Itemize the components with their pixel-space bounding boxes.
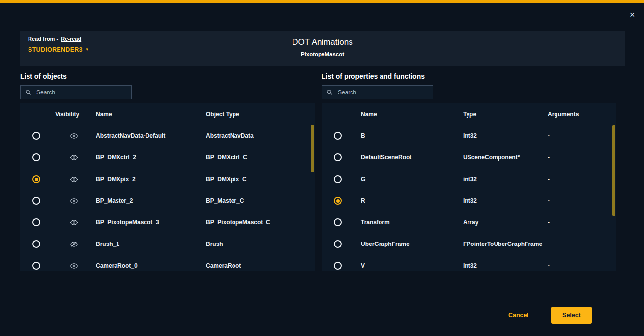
object-name-cell: CameraRoot_0	[95, 262, 205, 269]
table-row: BP_DMXctrl_2BP_DMXctrl_C	[20, 147, 315, 168]
table-row: Brush_1Brush	[20, 233, 315, 255]
column-header-type: Type	[463, 111, 548, 118]
radio-button[interactable]	[32, 175, 40, 183]
window-accent-bar	[0, 0, 644, 3]
radio-button[interactable]	[334, 175, 342, 183]
table-row: Bint32-	[322, 125, 616, 147]
properties-search-box	[322, 85, 433, 99]
column-header-visibility: Visibility	[53, 111, 95, 118]
object-type-cell: CameraRoot	[205, 262, 315, 269]
visibility-eye-icon[interactable]	[70, 262, 78, 270]
close-icon[interactable]: ✕	[628, 10, 637, 19]
property-name-cell: R	[354, 197, 463, 204]
property-name-cell: Transform	[354, 219, 463, 226]
radio-button[interactable]	[32, 240, 40, 248]
object-name-cell: AbstractNavData-Default	[95, 132, 205, 139]
radio-button[interactable]	[334, 240, 342, 248]
property-name-cell: G	[354, 176, 463, 183]
object-type-cell: BP_Master_C	[205, 197, 315, 204]
property-arguments-cell: -	[548, 197, 616, 204]
table-row: BP_DMXpix_2BP_DMXpix_C	[20, 168, 315, 190]
table-row: DefaultSceneRootUSceneComponent*-	[322, 147, 616, 168]
object-type-cell: AbstractNavData	[205, 132, 315, 139]
radio-button[interactable]	[334, 132, 342, 140]
visibility-eye-icon[interactable]	[70, 197, 78, 205]
search-icon	[326, 89, 333, 96]
property-name-cell: B	[354, 132, 463, 139]
radio-button[interactable]	[334, 153, 342, 161]
table-row: TransformArray-	[322, 212, 616, 233]
table-row: Rint32-	[322, 190, 616, 212]
scrollbar-thumb[interactable]	[612, 125, 615, 216]
properties-table-header: Name Type Arguments	[322, 103, 616, 125]
property-type-cell: Array	[463, 219, 548, 226]
objects-table: Visibility Name Object Type AbstractNavD…	[20, 103, 315, 271]
property-arguments-cell: -	[548, 241, 616, 247]
dialog-title: DOT Animations	[20, 37, 625, 47]
properties-table: Name Type Arguments Bint32-DefaultSceneR…	[322, 103, 616, 271]
property-type-cell: int32	[463, 262, 548, 269]
property-name-cell: DefaultSceneRoot	[354, 154, 463, 161]
visibility-eye-off-icon[interactable]	[70, 240, 78, 248]
dialog-subtitle: PixotopeMascot	[20, 51, 625, 57]
visibility-eye-icon[interactable]	[70, 132, 78, 140]
property-arguments-cell: -	[548, 219, 616, 226]
table-row: UberGraphFrameFPointerToUberGraphFrame-	[322, 233, 616, 255]
objects-table-header: Visibility Name Object Type	[20, 103, 315, 125]
object-name-cell: BP_DMXpix_2	[95, 176, 205, 183]
property-type-cell: int32	[463, 132, 548, 139]
visibility-eye-icon[interactable]	[70, 175, 78, 183]
table-row: CameraRoot_0CameraRoot	[20, 255, 315, 271]
radio-button[interactable]	[32, 262, 40, 270]
column-header-name: Name	[354, 111, 463, 118]
property-arguments-cell: -	[548, 176, 616, 183]
dialog-titles: DOT Animations PixotopeMascot	[20, 31, 625, 57]
properties-panel-heading: List of properties and functions	[322, 72, 425, 80]
dialog-footer: Cancel Select	[505, 307, 592, 324]
radio-button[interactable]	[32, 218, 40, 226]
dialog-header: Read from - Re-read STUDIORENDER3▼ DOT A…	[20, 31, 625, 66]
radio-button[interactable]	[334, 262, 342, 270]
property-type-cell: USceneComponent*	[463, 154, 548, 161]
visibility-eye-icon[interactable]	[70, 153, 78, 162]
radio-button[interactable]	[32, 132, 40, 140]
object-name-cell: BP_PixotopeMascot_3	[95, 219, 205, 226]
property-arguments-cell: -	[548, 262, 616, 269]
radio-button[interactable]	[334, 218, 342, 226]
table-row: BP_Master_2BP_Master_C	[20, 190, 315, 212]
visibility-eye-icon[interactable]	[70, 218, 78, 227]
object-type-cell: BP_DMXctrl_C	[205, 154, 315, 161]
radio-button[interactable]	[334, 197, 342, 205]
property-name-cell: UberGraphFrame	[354, 241, 463, 247]
property-arguments-cell: -	[548, 154, 616, 161]
table-row: Gint32-	[322, 168, 616, 190]
property-type-cell: int32	[463, 197, 548, 204]
column-header-arguments: Arguments	[548, 111, 616, 118]
column-header-name: Name	[95, 111, 205, 118]
scrollbar-thumb[interactable]	[311, 125, 314, 172]
property-arguments-cell: -	[548, 132, 616, 139]
objects-search-input[interactable]	[35, 89, 127, 96]
property-type-cell: FPointerToUberGraphFrame	[463, 241, 548, 247]
table-row: AbstractNavData-DefaultAbstractNavData	[20, 125, 315, 147]
property-type-cell: int32	[463, 176, 548, 183]
properties-search-input[interactable]	[337, 89, 429, 96]
cancel-button[interactable]: Cancel	[505, 311, 531, 319]
select-button[interactable]: Select	[551, 307, 592, 324]
objects-panel-heading: List of objects	[20, 72, 67, 80]
table-row: Vint32-	[322, 255, 616, 271]
table-row: BP_PixotopeMascot_3BP_PixotopeMascot_C	[20, 212, 315, 233]
radio-button[interactable]	[32, 197, 40, 205]
objects-search-box	[20, 85, 132, 99]
radio-button[interactable]	[32, 153, 40, 161]
object-name-cell: BP_Master_2	[95, 197, 205, 204]
object-type-cell: BP_PixotopeMascot_C	[205, 219, 315, 226]
object-type-cell: Brush	[205, 241, 315, 247]
property-name-cell: V	[354, 262, 463, 269]
object-type-cell: BP_DMXpix_C	[205, 176, 315, 183]
object-name-cell: BP_DMXctrl_2	[95, 154, 205, 161]
column-header-object-type: Object Type	[205, 111, 315, 118]
search-icon	[25, 89, 32, 96]
object-name-cell: Brush_1	[95, 241, 205, 247]
